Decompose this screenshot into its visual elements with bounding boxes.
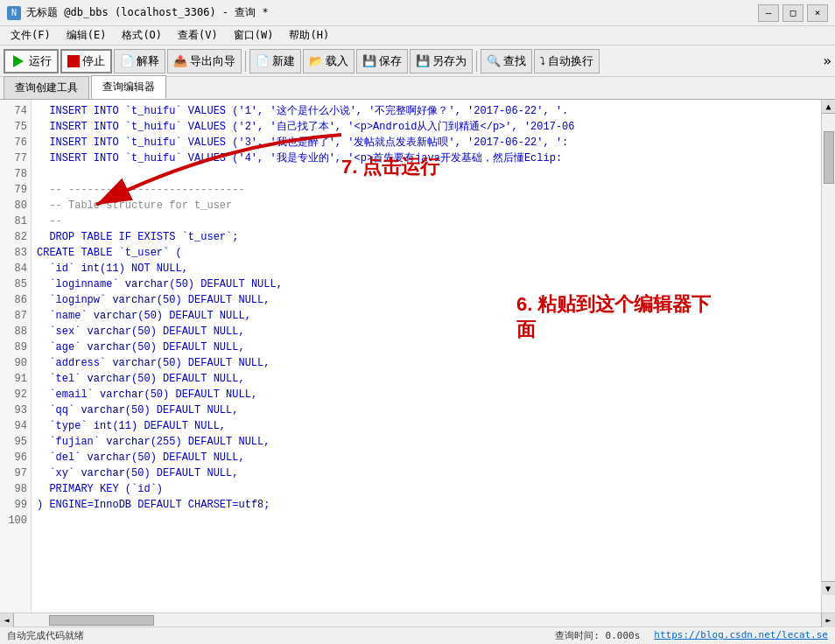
- code-line: `type` int(11) DEFAULT NULL,: [37, 418, 816, 434]
- saveas-button[interactable]: 💾 另存为: [410, 49, 473, 74]
- code-line: [37, 166, 816, 182]
- close-button[interactable]: ×: [807, 4, 828, 22]
- code-line: ) ENGINE=InnoDB DEFAULT CHARSET=utf8;: [37, 497, 816, 513]
- status-text: 自动完成代码就绪: [7, 629, 84, 642]
- load-button[interactable]: 📂 载入: [303, 49, 354, 74]
- code-line: [37, 513, 816, 528]
- code-line: `tel` varchar(50) DEFAULT NULL,: [37, 371, 816, 387]
- menu-bar: 文件(F) 编辑(E) 格式(O) 查看(V) 窗口(W) 帮助(H): [0, 26, 835, 46]
- code-line: -- ----------------------------: [37, 182, 816, 198]
- code-line: INSERT INTO `t_huifu` VALUES ('2', '自己找了…: [37, 119, 816, 135]
- code-line: `loginpw` varchar(50) DEFAULT NULL,: [37, 292, 816, 308]
- code-line: `fujian` varchar(255) DEFAULT NULL,: [37, 434, 816, 450]
- saveas-label: 另存为: [432, 53, 467, 69]
- title-bar-left: N 无标题 @db_bbs (localhost_3306) - 查询 *: [7, 5, 269, 20]
- svg-marker-0: [13, 55, 24, 67]
- run-button[interactable]: 运行: [4, 49, 59, 74]
- tab-query-editor[interactable]: 查询编辑器: [91, 75, 166, 99]
- autoreplace-label: 自动换行: [548, 53, 593, 69]
- run-icon: [11, 53, 26, 69]
- query-time: 查询时间: 0.000s: [555, 629, 640, 642]
- code-line: `qq` varchar(50) DEFAULT NULL,: [37, 402, 816, 418]
- code-editor[interactable]: INSERT INTO `t_huifu` VALUES ('1', '这个是什…: [32, 100, 821, 612]
- code-line: --: [37, 214, 816, 229]
- new-button[interactable]: 📄 新建: [249, 49, 301, 74]
- link-status: https://blog.csdn.net/lecat.se: [654, 629, 828, 642]
- code-line: `age` varchar(50) DEFAULT NULL,: [37, 340, 816, 355]
- explain-label: 解释: [137, 53, 159, 69]
- save-icon: 💾: [362, 54, 376, 67]
- horizontal-scrollbar[interactable]: ◄ ►: [0, 612, 835, 626]
- code-line: PRIMARY KEY (`id`): [37, 481, 816, 497]
- stop-icon: [67, 55, 80, 67]
- autoreplace-button[interactable]: ⤵ 自动换行: [534, 49, 600, 74]
- autoreplace-icon: ⤵: [540, 55, 545, 67]
- code-line: INSERT INTO `t_huifu` VALUES ('1', '这个是什…: [37, 103, 816, 119]
- save-label: 保存: [379, 53, 402, 69]
- run-label: 运行: [29, 53, 52, 69]
- code-line: `xy` varchar(50) DEFAULT NULL,: [37, 466, 816, 481]
- menu-file[interactable]: 文件(F): [4, 26, 58, 45]
- status-bar: 自动完成代码就绪 查询时间: 0.000s https://blog.csdn.…: [0, 626, 835, 644]
- code-line: DROP TABLE IF EXISTS `t_user`;: [37, 229, 816, 245]
- export-button[interactable]: 📤 导出向导: [167, 49, 242, 74]
- new-label: 新建: [272, 53, 295, 69]
- status-right: 查询时间: 0.000s https://blog.csdn.net/lecat…: [555, 629, 828, 642]
- stop-button[interactable]: 停止: [60, 49, 112, 74]
- saveas-icon: 💾: [416, 54, 430, 67]
- vertical-scrollbar[interactable]: ▲ ▼: [821, 100, 835, 612]
- export-label: 导出向导: [190, 53, 235, 69]
- code-line: `del` varchar(50) DEFAULT NULL,: [37, 450, 816, 466]
- title-bar: N 无标题 @db_bbs (localhost_3306) - 查询 * — …: [0, 0, 835, 26]
- editor-wrapper: 7. 点击运行 6. 粘贴到这个编辑器下 面 74757677787980818…: [0, 100, 835, 626]
- h-scroll-thumb[interactable]: [49, 615, 154, 626]
- menu-help[interactable]: 帮助(H): [282, 26, 336, 45]
- maximize-button[interactable]: □: [782, 4, 803, 22]
- code-line: `sex` varchar(50) DEFAULT NULL,: [37, 324, 816, 340]
- new-icon: 📄: [256, 54, 270, 67]
- editor-main: 7475767778798081828384858687888990919293…: [0, 100, 835, 612]
- code-line: INSERT INTO `t_huifu` VALUES ('4', '我是专业…: [37, 150, 816, 166]
- save-button[interactable]: 💾 保存: [356, 49, 408, 74]
- app-icon: N: [7, 6, 21, 20]
- code-line: `loginname` varchar(50) DEFAULT NULL,: [37, 276, 816, 292]
- tabs-area: 查询创建工具 查询编辑器: [0, 77, 835, 100]
- window-title: 无标题 @db_bbs (localhost_3306) - 查询 *: [26, 5, 269, 20]
- find-label: 查找: [503, 53, 526, 69]
- scroll-up-button[interactable]: ▲: [822, 100, 836, 114]
- code-line: `address` varchar(50) DEFAULT NULL,: [37, 355, 816, 371]
- toolbar: 运行 停止 📄 解释 📤 导出向导 📄 新建 📂 载入 💾 保存 💾 另存为 🔍…: [0, 46, 835, 77]
- scroll-left-button[interactable]: ◄: [0, 613, 14, 627]
- separator-2: [476, 51, 477, 72]
- menu-window[interactable]: 窗口(W): [227, 26, 281, 45]
- load-icon: 📂: [309, 54, 323, 67]
- explain-button[interactable]: 📄 解释: [114, 49, 165, 74]
- code-line: CREATE TABLE `t_user` (: [37, 245, 816, 261]
- scroll-right-button[interactable]: ►: [821, 613, 835, 627]
- separator-1: [245, 51, 246, 72]
- scroll-down-button[interactable]: ▼: [821, 581, 835, 595]
- more-button[interactable]: »: [823, 52, 831, 69]
- load-label: 载入: [326, 53, 348, 69]
- scroll-thumb[interactable]: [824, 131, 834, 184]
- code-line: INSERT INTO `t_huifu` VALUES ('3', '我也是醉…: [37, 135, 816, 150]
- code-line: `name` varchar(50) DEFAULT NULL,: [37, 308, 816, 324]
- stop-label: 停止: [82, 53, 105, 69]
- code-line: -- Table structure for t_user: [37, 198, 816, 214]
- menu-format[interactable]: 格式(O): [115, 26, 169, 45]
- title-bar-controls[interactable]: — □ ×: [758, 4, 828, 22]
- minimize-button[interactable]: —: [758, 4, 779, 22]
- menu-view[interactable]: 查看(V): [171, 26, 225, 45]
- menu-edit[interactable]: 编辑(E): [60, 26, 114, 45]
- find-button[interactable]: 🔍 查找: [481, 49, 532, 74]
- code-line: `email` varchar(50) DEFAULT NULL,: [37, 387, 816, 402]
- export-icon: 📤: [173, 54, 187, 67]
- search-icon: 🔍: [487, 54, 501, 67]
- code-line: `id` int(11) NOT NULL,: [37, 261, 816, 276]
- explain-icon: 📄: [120, 54, 134, 67]
- tab-query-builder[interactable]: 查询创建工具: [4, 76, 89, 99]
- line-numbers: 7475767778798081828384858687888990919293…: [0, 100, 32, 612]
